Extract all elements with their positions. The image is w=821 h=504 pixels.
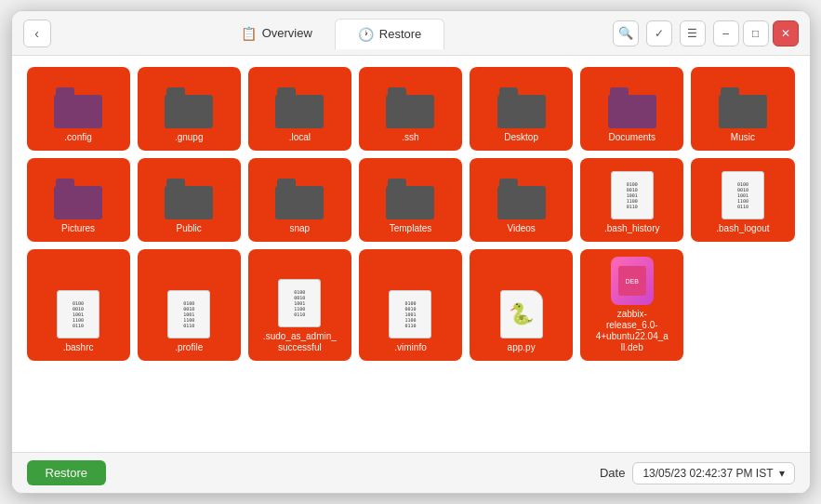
list-item[interactable]: Public [138,158,241,242]
list-item[interactable]: Templates [359,158,462,242]
file-label: Desktop [504,132,538,143]
minimize-icon: – [722,27,729,40]
file-label: Videos [507,223,535,234]
file-label: .profile [175,342,203,353]
date-value: 13/05/23 02:42:37 PM IST [642,467,773,480]
file-label: Music [731,132,755,143]
file-label: snap [290,223,311,234]
date-label: Date [600,466,625,480]
restore-button[interactable]: Restore [27,460,107,485]
file-label: .gnupg [175,132,204,143]
list-item[interactable]: Pictures [27,158,130,242]
folder-icon [386,179,434,219]
bottombar: Restore Date 13/05/23 02:42:37 PM IST ▾ [12,452,810,493]
python-file-icon: 🐍 [500,290,543,338]
list-item[interactable]: 0100 0010 1001 1100 0110 .profile [138,249,241,361]
text-file-icon: 0100 0010 1001 1100 0110 [389,290,431,338]
close-icon: ✕ [781,27,790,40]
tab-restore-label: Restore [379,27,422,41]
folder-icon [54,87,102,128]
restore-tab-icon: 🕐 [358,27,374,42]
back-icon: ‹ [34,26,39,41]
folder-icon [165,179,213,219]
date-area: Date 13/05/23 02:42:37 PM IST ▾ [600,462,795,484]
folder-icon [54,179,102,219]
sort-icon: ✓ [655,27,664,40]
tab-restore[interactable]: 🕐 Restore [335,19,445,49]
maximize-icon: □ [752,27,759,40]
folder-icon [497,179,546,219]
window-controls: – □ ✕ [713,20,799,46]
main-window: ‹ 📋 Overview 🕐 Restore 🔍 ✓ ☰ – [11,10,811,494]
list-item[interactable]: Documents [580,67,683,151]
minimize-button[interactable]: – [713,20,739,46]
list-item[interactable]: .local [248,67,351,151]
list-item[interactable]: snap [248,158,351,242]
titlebar: ‹ 📋 Overview 🕐 Restore 🔍 ✓ ☰ – [12,11,810,56]
list-item[interactable]: Desktop [470,67,573,151]
file-label: .local [289,132,311,143]
file-content: .config .gnupg .local [12,56,810,452]
list-item[interactable]: Music [691,67,794,151]
deb-file-icon: DEB [611,257,654,305]
deb-inner: DEB [618,266,646,296]
file-label: .sudo_as_admin_successful [262,331,337,353]
list-item[interactable]: .config [27,67,130,151]
tab-group: 📋 Overview 🕐 Restore [59,19,605,48]
back-button[interactable]: ‹ [23,20,51,47]
date-dropdown[interactable]: 13/05/23 02:42:37 PM IST ▾ [632,462,794,484]
file-label: .bash_history [604,223,659,234]
list-item[interactable]: .ssh [359,67,462,151]
maximize-button[interactable]: □ [743,20,769,46]
tab-overview[interactable]: 📋 Overview [218,19,335,48]
folder-icon [386,87,434,128]
folder-icon [165,87,213,128]
list-item[interactable]: Videos [470,158,573,242]
list-item[interactable]: 🐍 app.py [470,249,573,361]
folder-icon [275,179,324,219]
file-label: Templates [390,223,432,234]
search-button[interactable]: 🔍 [613,20,639,46]
list-item[interactable]: 0100 0010 1001 1100 0110 .bash_logout [691,158,794,242]
text-file-icon: 0100 0010 1001 1100 0110 [167,290,210,338]
folder-icon [275,87,324,128]
sort-button[interactable]: ✓ [646,20,672,46]
file-label: zabbix-release_6.0-4+ubuntu22.04_all.deb [595,309,669,353]
file-label: .config [64,132,91,143]
file-label: .viminfo [394,342,426,353]
folder-icon [719,87,767,128]
folder-icon [497,87,546,128]
tab-overview-label: Overview [262,26,312,40]
menu-button[interactable]: ☰ [680,20,706,46]
close-button[interactable]: ✕ [773,20,799,46]
list-item[interactable]: 0100 0010 1001 1100 0110 .sudo_as_admin_… [248,249,351,361]
file-label: Public [177,223,202,234]
search-icon: 🔍 [618,26,633,40]
text-file-icon: 0100 0010 1001 1100 0110 [278,279,321,327]
file-label: .ssh [402,132,418,143]
folder-icon [608,87,656,128]
text-file-icon: 0100 0010 1001 1100 0110 [57,290,99,338]
chevron-down-icon: ▾ [779,467,785,480]
list-item[interactable]: .gnupg [138,67,241,151]
file-grid: .config .gnupg .local [27,67,795,361]
file-label: .bash_logout [716,223,769,234]
overview-icon: 📋 [241,26,257,41]
menu-icon: ☰ [687,27,697,40]
file-label: app.py [508,342,536,353]
file-label: .bashrc [63,342,94,353]
file-label: Documents [608,132,655,143]
text-file-icon: 0100 0010 1001 1100 0110 [611,171,654,219]
list-item[interactable]: DEB zabbix-release_6.0-4+ubuntu22.04_all… [580,249,683,361]
list-item[interactable]: 0100 0010 1001 1100 0110 .viminfo [359,249,462,361]
text-file-icon: 0100 0010 1001 1100 0110 [722,171,764,219]
list-item[interactable]: 0100 0010 1001 1100 0110 .bash_history [580,158,683,242]
list-item[interactable]: 0100 0010 1001 1100 0110 .bashrc [27,249,130,361]
file-label: Pictures [61,223,95,234]
